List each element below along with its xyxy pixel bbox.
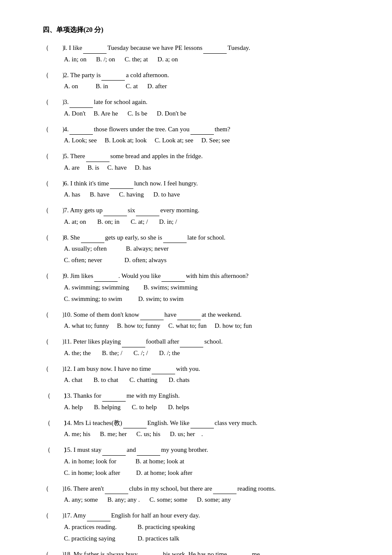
q18-paren: （ ） [43,549,64,555]
q15-options-row2: C. in home; look after D. at home; look … [43,467,358,479]
q3-options: A. Don't B. Are he C. Is be D. Don't be [43,108,358,119]
q17-options-row1: A. practices reading. B. practicing spea… [43,521,358,533]
q8-options-row1: A. usually; often B. always; never [43,243,358,254]
q15-options-row1: A. in home; look for B. at home; look at [43,456,358,467]
q8-options-row2: C. often; never D. often; always [43,254,358,266]
q11-paren: （ ） [43,336,64,347]
question-15: （ ） 15. I must stay and my young brother… [43,444,358,479]
question-5: （ ） 5. There some bread and apples in th… [43,150,358,173]
question-2: （ ） 2. The party is a cold afternoon. A.… [43,69,358,92]
question-6: （ ） 6. I think it's time lunch now. I fe… [43,178,358,201]
q8-paren: （ ） [43,232,64,243]
q16-text: 16. There aren't clubs in my school, but… [64,483,358,494]
q2-paren: （ ） [43,70,64,81]
q14-options: A. me; his B. me; her C. us; his D. us; … [43,428,358,440]
q17-paren: （ ） [43,510,64,521]
q5-paren: （ ） [43,151,64,162]
q13-text: 13. Thanks for me with my English. [64,390,358,402]
q10-text: 10. Some of them don't know have at the … [64,309,358,321]
q7-text: 7. Amy gets up six every morning. [64,205,358,216]
q2-text: 2. The party is a cold afternoon. [64,69,358,81]
q15-paren: （ ） [43,445,64,456]
question-7: （ ） 7. Amy gets up six every morning. A.… [43,205,358,228]
question-3: （ ） 3. late for school again. A. Don't B… [43,96,358,119]
q5-text: 5. There some bread and apples in the fr… [64,150,358,162]
question-12: （ ） 12. I am busy now. I have no time wi… [43,363,358,386]
q7-paren: （ ） [43,205,64,216]
question-1: （ ） l. I like Tuesday because we have PE… [43,42,358,65]
question-16: （ ） 16. There aren't clubs in my school,… [43,483,358,506]
q11-text: 11. Peter likes playing football after s… [64,336,358,347]
q9-options-row2: C. swimming; to swim D. swim; to swim [43,293,358,305]
q6-options: A. has B. have C. having D. to have [43,189,358,200]
question-17: （ ） 17. Amy English for half an hour eve… [43,510,358,544]
q16-paren: （ ） [43,483,64,494]
q13-options: A. help B. helping C. to help D. helps [43,402,358,413]
question-4: （ ） 4. those flowers under the tree. Can… [43,124,358,147]
q4-text: 4. those flowers under the tree. Can you… [64,124,358,135]
section-title: 四、单项选择(20 分) [43,26,358,35]
q3-text: 3. late for school again. [64,96,358,108]
q14-text: 14. Mrs Li teaches(教) English. We like c… [64,417,358,429]
question-18: （ ） 18. My father is always busy his wor… [43,549,358,555]
question-10: （ ） 10. Some of them don't know have at … [43,309,358,332]
q1-options: A. in; on B. /; on C. the; at D. a; on [43,54,358,65]
q10-paren: （ ） [43,309,64,321]
q17-text: 17. Amy English for half an hour every d… [64,510,358,521]
q4-options: A. Look; see B. Look at; look C. Look at… [43,135,358,146]
q9-text: 9. Jim likes . Would you like with him t… [64,270,358,282]
q7-options: A. at; on B. on; in C. at; / D. in; / [43,216,358,228]
q18-text: 18. My father is always busy his work. H… [64,549,358,555]
q9-paren: （ ） [43,271,64,282]
q4-paren: （ ） [43,124,64,135]
q12-text: 12. I am busy now. I have no time with y… [64,363,358,375]
q12-paren: （ ） [43,364,64,375]
q16-options: A. any; some B. any; any . C. some; some… [43,494,358,506]
q1-paren: （ ） [43,43,64,54]
q17-options-row2: C. practicing saying D. practices talk [43,533,358,544]
q5-options: A. are B. is C. have D. has [43,162,358,173]
q6-paren: （ ） [43,178,64,189]
question-14: （ ） 14. Mrs Li teaches(教) English. We li… [43,417,358,440]
q9-options-row1: A. swimming; swimming B. swims; swimming [43,282,358,293]
q1-text: l. I like Tuesday because we have PE les… [64,42,358,54]
question-9: （ ） 9. Jim likes . Would you like with h… [43,270,358,305]
question-13: （ ） 13. Thanks for me with my English. A… [43,390,358,413]
q12-options: A. chat B. to chat C. chatting D. chats [43,374,358,386]
q10-options: A. what to; funny B. how to; funny C. wh… [43,320,358,332]
q13-paren: （ ） [43,390,64,402]
q11-options: A. the; the B. the; / C. /; / D. /; the [43,347,358,359]
q2-options: A. on B. in C. at D. after [43,81,358,92]
q6-text: 6. I think it's time lunch now. I feel h… [64,178,358,189]
q15-text: 15. I must stay and my young brother. [64,444,358,456]
q3-paren: （ ） [43,97,64,108]
question-8: （ ） 8. She gets up early, so she is late… [43,232,358,266]
q14-paren: （ ） [43,418,64,429]
q8-text: 8. She gets up early, so she is late for… [64,232,358,243]
question-11: （ ） 11. Peter likes playing football aft… [43,336,358,359]
section-container: 四、单项选择(20 分) （ ） l. I like Tuesday becau… [43,26,358,555]
